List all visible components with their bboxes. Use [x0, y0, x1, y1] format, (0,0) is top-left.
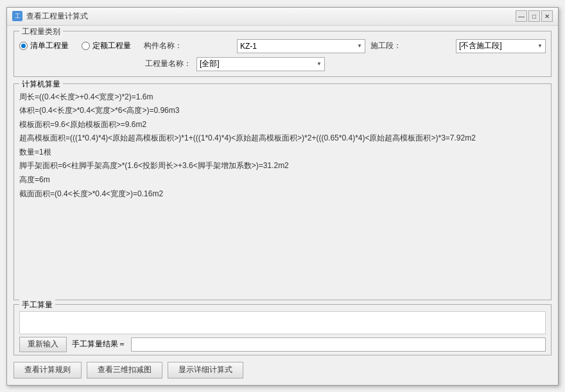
manual-inner: 重新输入 手工算量结果＝	[14, 305, 551, 355]
radio-circle-quota	[82, 42, 90, 50]
close-button[interactable]: ✕	[541, 10, 553, 22]
radio-label-quota: 定额工程量	[92, 40, 131, 51]
title-buttons: — □ ✕	[516, 10, 553, 22]
bottom-buttons: 查看计算规则 查看三维扣减图 显示详细计算式	[13, 359, 552, 380]
calc-section-label: 计算机算量	[19, 79, 63, 90]
phase-arrow-icon: ▼	[537, 43, 543, 49]
engineering-type-group: 工程量类别 清单工程量 定额工程量 构件名称： KZ-1	[13, 31, 552, 77]
radio-label-clearance: 清单工程量	[30, 40, 69, 51]
calc-line-6: 高度=6m	[19, 173, 546, 187]
result-input[interactable]	[131, 337, 546, 352]
minimize-button[interactable]: —	[516, 10, 527, 22]
calc-line-5: 脚手架面积=6<柱脚手架高度>*(1.6<投影周长>+3.6<脚手架增加系数>)…	[19, 159, 546, 173]
calc-rules-button[interactable]: 查看计算规则	[13, 362, 82, 379]
radio-circle-clearance	[19, 42, 28, 50]
engineering-type-label: 工程量类别	[19, 26, 63, 37]
result-label: 手工算量结果＝	[72, 339, 126, 350]
maximize-button[interactable]: □	[528, 10, 540, 22]
main-window: 工 查看工程量计算式 — □ ✕ 工程量类别 清单工程量 定额工程量	[6, 7, 559, 386]
quantity-label: 工程量名称：	[145, 58, 191, 69]
quantity-value: [全部]	[200, 58, 220, 69]
quantity-select[interactable]: [全部] ▼	[196, 57, 325, 71]
calc-line-1: 体积=(0.4<长度>*0.4<宽度>*6<高度>)=0.96m3	[19, 104, 546, 118]
phase-value: [不含施工段]	[459, 40, 502, 51]
component-arrow-icon: ▼	[357, 43, 362, 49]
calc-line-2: 模板面积=9.6<原始模板面积>=9.6m2	[19, 118, 546, 132]
title-bar: 工 查看工程量计算式 — □ ✕	[7, 8, 558, 26]
calc-line-4: 数量=1根	[19, 146, 546, 160]
window-title: 查看工程量计算式	[26, 11, 88, 22]
manual-textarea[interactable]	[19, 311, 546, 334]
reinput-button[interactable]: 重新输入	[19, 337, 67, 352]
app-icon: 工	[12, 11, 22, 21]
component-label: 构件名称：	[144, 40, 232, 51]
detail-calc-button[interactable]: 显示详细计算式	[168, 362, 243, 379]
content-area: 工程量类别 清单工程量 定额工程量 构件名称： KZ-1	[7, 26, 558, 385]
manual-bottom-row: 重新输入 手工算量结果＝	[19, 337, 546, 352]
calc-line-0: 周长=((0.4<长度>+0.4<宽度>)*2)=1.6m	[19, 90, 546, 105]
calc-content: 周长=((0.4<长度>+0.4<宽度>)*2)=1.6m 体积=(0.4<长度…	[14, 84, 551, 300]
phase-label: 施工段：	[370, 40, 451, 51]
component-select[interactable]: KZ-1 ▼	[237, 39, 365, 53]
quantity-arrow-icon: ▼	[317, 61, 322, 67]
radio-clearance[interactable]: 清单工程量	[19, 40, 69, 51]
manual-section: 手工算量 重新输入 手工算量结果＝	[13, 304, 552, 355]
calc-line-7: 截面面积=(0.4<长度>*0.4<宽度>)=0.16m2	[19, 187, 546, 201]
manual-section-label: 手工算量	[19, 300, 55, 311]
calc-line-3: 超高模板面积=(((1*0.4)*4)<原始超高模板面积>)*1+(((1*0.…	[19, 132, 546, 146]
title-bar-left: 工 查看工程量计算式	[12, 11, 88, 22]
calc-section: 计算机算量 周长=((0.4<长度>+0.4<宽度>)*2)=1.6m 体积=(…	[13, 83, 552, 300]
radio-quota[interactable]: 定额工程量	[82, 40, 131, 51]
view-3d-button[interactable]: 查看三维扣减图	[87, 362, 162, 379]
component-value: KZ-1	[240, 42, 257, 51]
phase-select[interactable]: [不含施工段] ▼	[456, 39, 546, 53]
